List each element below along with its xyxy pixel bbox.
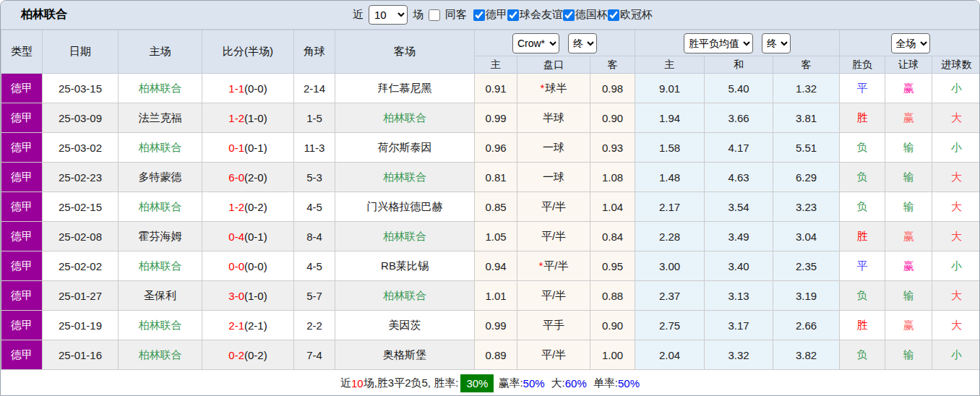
match-date: 25-03-02: [43, 133, 119, 163]
col-header-goals: 进球数: [932, 56, 980, 74]
halftime-score: (2-0): [244, 171, 267, 184]
same-away-label: 同客: [445, 8, 467, 22]
halftime-score: (0-1): [244, 231, 267, 243]
line-changed-star: *: [541, 82, 545, 94]
handicap-line: 半球: [543, 111, 564, 124]
table-header-row-top: 类型 日期 主场 比分(半场) 角球 客场 Crow* 终 胜平负均值 终 全场: [1, 30, 980, 56]
halftime-score: (0-2): [244, 349, 267, 361]
handicap-odds-home: 0.85: [475, 192, 517, 222]
avg-away-odds: 3.04: [773, 222, 840, 251]
avg-draw-odds: 5.40: [705, 74, 773, 103]
handicap-odds-home: 1.01: [475, 281, 517, 311]
handicap-rate-label: 赢率:: [498, 376, 523, 390]
result-verdict: 负: [840, 192, 885, 222]
handicap-odds-home: 0.99: [475, 103, 517, 133]
table-row: 德甲25-03-15柏林联合1-1(0-0)2-14拜仁慕尼黑0.91*球半0.…: [1, 74, 980, 103]
handicap-odds-away: 0.90: [590, 311, 635, 340]
handicap-odds-away: 0.98: [590, 74, 635, 103]
avg-type-select[interactable]: 胜平负均值: [684, 33, 753, 53]
table-row: 德甲25-02-08霍芬海姆0-4(0-1)8-4柏林联合1.05平/半0.84…: [1, 222, 980, 251]
handicap-line-cell: 一球: [517, 133, 590, 163]
goals-verdict: 大: [932, 222, 980, 251]
games-label: 场: [413, 8, 424, 22]
corner-count: 1-5: [294, 103, 335, 133]
avg-away-odds: 5.51: [773, 133, 840, 163]
league-checkbox-2[interactable]: [507, 9, 519, 21]
league-label-1: 德甲: [486, 8, 507, 22]
avg-home-odds: 1.94: [635, 103, 705, 133]
avg-draw-odds: 3.13: [705, 281, 773, 311]
away-team: 柏林联合: [335, 103, 475, 133]
halftime-score: (1-0): [244, 290, 267, 302]
match-history-table: 类型 日期 主场 比分(半场) 角球 客场 Crow* 终 胜平负均值 终 全场: [1, 30, 980, 370]
col-header-score: 比分(半场): [202, 30, 294, 74]
avg-draw-odds: 3.32: [705, 340, 773, 370]
league-type-badge: 德甲: [1, 103, 43, 133]
home-team: 柏林联合: [119, 340, 202, 370]
bookmaker-state-select[interactable]: 终: [568, 33, 597, 53]
fulltime-score: 0-4: [228, 231, 244, 243]
col-header-home: 主场: [119, 30, 202, 74]
bookmaker-select[interactable]: Crow*: [512, 33, 559, 53]
handicap-odds-home: 0.81: [475, 163, 517, 192]
handicap-odds-home: 1.05: [475, 222, 517, 251]
match-date: 25-01-27: [43, 281, 119, 311]
handicap-odds-home: 0.94: [475, 251, 517, 281]
result-verdict: 胜: [840, 311, 885, 340]
fulltime-score: 1-1: [228, 82, 244, 95]
col-header-odds-away: 客: [590, 56, 635, 74]
match-date: 25-01-19: [43, 311, 119, 340]
handicap-verdict: 赢: [885, 251, 932, 281]
league-type-badge: 德甲: [1, 281, 43, 311]
handicap-line-cell: *平/半: [517, 251, 590, 281]
handicap-line-cell: *球半: [517, 74, 590, 103]
filter-controls: 近 10 场 同客 德甲 球会友谊 德国杯 欧冠杯: [353, 1, 653, 29]
period-select[interactable]: 全场: [891, 33, 930, 53]
avg-state-select[interactable]: 终: [762, 33, 791, 53]
same-away-checkbox[interactable]: [429, 9, 440, 21]
handicap-odds-away: 1.08: [590, 163, 635, 192]
result-verdict: 负: [840, 340, 885, 370]
recent-games-select[interactable]: 10: [369, 5, 408, 25]
league-checkbox-1[interactable]: [473, 9, 485, 21]
handicap-odds-home: 0.89: [475, 340, 517, 370]
away-team: 奥格斯堡: [335, 340, 475, 370]
home-team: 圣保利: [119, 281, 202, 311]
table-row: 德甲25-03-09法兰克福1-2(1-0)1-5柏林联合0.99半球0.901…: [1, 103, 980, 133]
avg-home-odds: 2.17: [635, 192, 705, 222]
halftime-score: (2-1): [244, 319, 267, 332]
avg-home-odds: 1.58: [635, 133, 705, 163]
match-date: 25-01-16: [43, 340, 119, 370]
league-type-badge: 德甲: [1, 74, 43, 103]
away-team: 柏林联合: [335, 222, 475, 251]
home-team: 柏林联合: [119, 133, 202, 163]
league-type-badge: 德甲: [1, 133, 43, 163]
league-checkbox-3[interactable]: [563, 9, 575, 21]
match-date: 25-02-15: [43, 192, 119, 222]
summary-prefix: 近: [340, 376, 351, 390]
col-header-corners: 角球: [294, 30, 335, 74]
handicap-odds-away: 0.90: [590, 103, 635, 133]
league-filter-group: 德甲 球会友谊 德国杯 欧冠杯: [473, 8, 653, 22]
corner-count: 11-3: [294, 133, 335, 163]
page-title: 柏林联合: [21, 7, 67, 22]
handicap-odds-home: 0.96: [475, 133, 517, 163]
league-type-badge: 德甲: [1, 251, 43, 281]
match-score: 0-1(0-1): [202, 133, 294, 163]
halftime-score: (0-2): [244, 201, 267, 213]
league-checkbox-4[interactable]: [608, 9, 619, 21]
league-type-badge: 德甲: [1, 222, 43, 251]
away-team: 门兴格拉德巴赫: [335, 192, 475, 222]
handicap-line: 平/半: [541, 200, 566, 212]
handicap-odds-away: 0.84: [590, 222, 635, 251]
goals-verdict: 大: [932, 311, 980, 340]
match-date: 25-03-15: [43, 74, 119, 103]
handicap-verdict: 赢: [885, 311, 932, 340]
away-team: RB莱比锡: [335, 251, 475, 281]
goals-verdict: 小: [932, 251, 980, 281]
big-rate-value: 60%: [565, 377, 587, 389]
handicap-odds-away: 1.00: [590, 340, 635, 370]
match-score: 6-0(2-0): [202, 163, 294, 192]
handicap-line-cell: 平/半: [517, 222, 590, 251]
line-changed-star: *: [538, 259, 543, 272]
